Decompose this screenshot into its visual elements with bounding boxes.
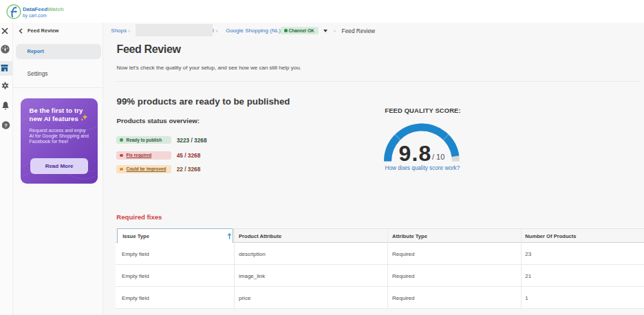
- svg-text:?: ?: [4, 122, 8, 129]
